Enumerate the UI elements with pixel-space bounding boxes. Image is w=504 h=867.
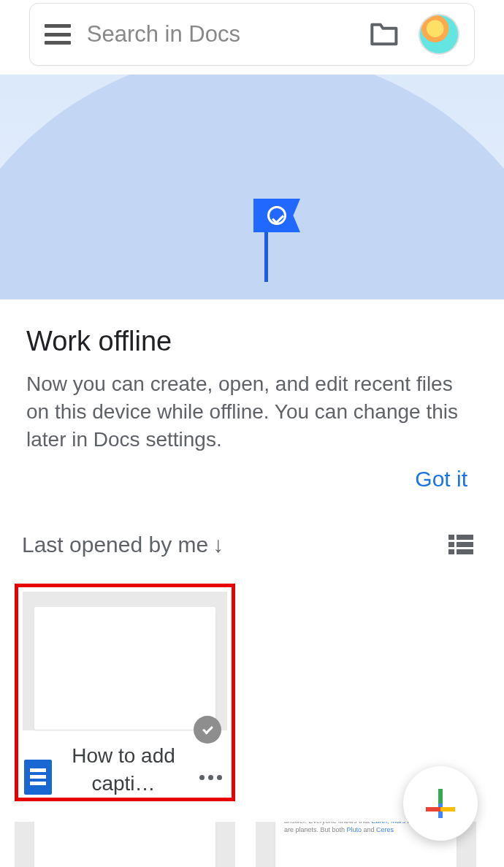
promo-body: Now you can create, open, and edit recen…	[26, 370, 478, 454]
svg-rect-4	[448, 549, 454, 554]
promo-title: Work offline	[26, 326, 478, 357]
sort-label-text: Last opened by me	[22, 532, 208, 557]
svg-rect-1	[457, 535, 473, 540]
search-bar	[29, 3, 475, 66]
menu-icon[interactable]	[45, 24, 71, 45]
svg-rect-0	[448, 535, 454, 540]
document-thumbnail	[23, 592, 227, 730]
create-document-button[interactable]	[403, 766, 478, 841]
document-thumbnail: ALPHR	[15, 822, 235, 867]
docs-file-icon	[24, 760, 52, 795]
svg-rect-3	[457, 542, 473, 547]
more-options-icon	[199, 775, 222, 780]
document-title: How to add capti…	[59, 742, 188, 798]
sort-dropdown[interactable]: Last opened by me ↓	[22, 532, 224, 557]
svg-rect-2	[448, 542, 454, 547]
promo-illustration	[0, 75, 504, 299]
arrow-down-icon: ↓	[213, 532, 224, 557]
avatar[interactable]	[419, 14, 459, 55]
search-input[interactable]	[87, 21, 370, 47]
document-card[interactable]: How to add capti…	[15, 584, 235, 801]
got-it-button[interactable]: Got it	[415, 467, 467, 492]
more-options-button[interactable]	[195, 775, 226, 780]
offline-badge-icon	[194, 716, 221, 744]
document-title: ALPHR	[34, 822, 215, 867]
list-view-icon[interactable]	[448, 535, 473, 555]
offline-promo: Work offline Now you can create, open, a…	[0, 299, 504, 454]
svg-rect-5	[457, 549, 473, 554]
plus-icon	[426, 789, 455, 818]
folder-icon[interactable]	[370, 22, 399, 47]
flag-icon	[253, 199, 300, 232]
document-card[interactable]: ALPHR	[15, 822, 235, 867]
